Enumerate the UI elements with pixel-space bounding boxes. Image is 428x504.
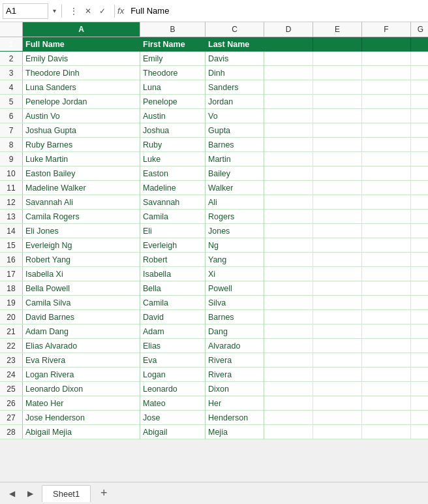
confirm-icon[interactable]: ✓ (96, 5, 109, 18)
cell-b[interactable]: Abigail (140, 425, 206, 439)
cell-b[interactable]: Eva (140, 353, 206, 368)
cell-e[interactable] (313, 382, 362, 396)
cell-d[interactable] (264, 310, 313, 324)
cell-f[interactable] (362, 339, 411, 353)
cell-d[interactable] (264, 52, 313, 66)
cell-e[interactable] (313, 195, 362, 210)
cell-g[interactable] (411, 80, 428, 95)
cell-a[interactable]: Luna Sanders (23, 80, 140, 95)
cell-d[interactable] (264, 138, 313, 152)
cell-c[interactable]: Silva (206, 296, 264, 310)
cell-c[interactable]: Ng (206, 238, 264, 253)
cell-b[interactable]: Jose (140, 411, 206, 425)
cell-b[interactable]: Easton (140, 166, 206, 181)
cell-e[interactable] (313, 396, 362, 411)
cell-e[interactable] (313, 411, 362, 425)
cell-c[interactable]: Rivera (206, 353, 264, 368)
cell-f[interactable] (362, 253, 411, 267)
cell-b[interactable]: Luna (140, 80, 206, 95)
cell-c[interactable]: Her (206, 396, 264, 411)
cell-f[interactable] (362, 37, 411, 52)
cell-c[interactable]: Walker (206, 181, 264, 195)
col-header-g[interactable]: G (411, 22, 428, 37)
cell-a[interactable]: Mateo Her (23, 396, 140, 411)
cell-f[interactable] (362, 138, 411, 152)
cell-f[interactable] (362, 296, 411, 310)
cell-g[interactable] (411, 296, 428, 310)
cell-b[interactable]: Austin (140, 109, 206, 123)
col-header-b[interactable]: B (140, 22, 206, 37)
cell-g[interactable] (411, 339, 428, 353)
cell-d[interactable] (264, 66, 313, 80)
cell-f[interactable] (362, 368, 411, 382)
cell-a[interactable]: Robert Yang (23, 253, 140, 267)
cell-d[interactable] (264, 382, 313, 396)
cell-a[interactable]: David Barnes (23, 310, 140, 324)
cell-e[interactable] (313, 80, 362, 95)
cell-c[interactable]: Last Name (206, 37, 264, 52)
cell-e[interactable] (313, 238, 362, 253)
cell-b[interactable]: Isabella (140, 267, 206, 281)
cell-f[interactable] (362, 195, 411, 210)
cell-a[interactable]: Ruby Barnes (23, 138, 140, 152)
cell-e[interactable] (313, 368, 362, 382)
cell-e[interactable] (313, 109, 362, 123)
cell-c[interactable]: Ali (206, 195, 264, 210)
cell-a[interactable]: Austin Vo (23, 109, 140, 123)
prev-sheet-btn[interactable]: ◀ (5, 487, 18, 500)
cell-b[interactable]: Robert (140, 253, 206, 267)
cell-g[interactable] (411, 66, 428, 80)
cell-e[interactable] (313, 353, 362, 368)
cell-d[interactable] (264, 95, 313, 109)
cell-g[interactable] (411, 95, 428, 109)
cell-c[interactable]: Rogers (206, 210, 264, 224)
cell-d[interactable] (264, 195, 313, 210)
cell-f[interactable] (362, 166, 411, 181)
cell-c[interactable]: Jordan (206, 95, 264, 109)
cell-reference-box[interactable]: A1 (3, 3, 48, 19)
cell-a[interactable]: Penelope Jordan (23, 95, 140, 109)
cell-a[interactable]: Full Name (23, 37, 140, 52)
cell-a[interactable]: Logan Rivera (23, 368, 140, 382)
cell-b[interactable]: Eli (140, 224, 206, 238)
cell-c[interactable]: Rivera (206, 368, 264, 382)
cell-f[interactable] (362, 382, 411, 396)
sheet-tab-sheet1[interactable]: Sheet1 (42, 485, 91, 502)
cell-c[interactable]: Alvarado (206, 339, 264, 353)
kebab-icon[interactable]: ⋮ (67, 5, 80, 18)
cell-d[interactable] (264, 123, 313, 138)
cell-f[interactable] (362, 95, 411, 109)
cell-c[interactable]: Jones (206, 224, 264, 238)
cell-e[interactable] (313, 425, 362, 439)
cell-a[interactable]: Isabella Xi (23, 267, 140, 281)
cell-e[interactable] (313, 224, 362, 238)
cell-f[interactable] (362, 52, 411, 66)
cell-d[interactable] (264, 238, 313, 253)
cell-a[interactable]: Eli Jones (23, 224, 140, 238)
cell-d[interactable] (264, 353, 313, 368)
cell-a[interactable]: Bella Powell (23, 281, 140, 296)
cell-c[interactable]: Martin (206, 152, 264, 166)
cell-a[interactable]: Leonardo Dixon (23, 382, 140, 396)
cell-g[interactable] (411, 253, 428, 267)
cell-c[interactable]: Henderson (206, 411, 264, 425)
cell-e[interactable] (313, 152, 362, 166)
cell-a[interactable]: Adam Dang (23, 324, 140, 339)
cell-g[interactable] (411, 166, 428, 181)
cell-f[interactable] (362, 396, 411, 411)
cell-b[interactable]: Camila (140, 210, 206, 224)
cell-f[interactable] (362, 411, 411, 425)
cell-d[interactable] (264, 281, 313, 296)
cell-g[interactable] (411, 238, 428, 253)
cell-a[interactable]: Theodore Dinh (23, 66, 140, 80)
cell-c[interactable]: Powell (206, 281, 264, 296)
cell-c[interactable]: Davis (206, 52, 264, 66)
cell-g[interactable] (411, 310, 428, 324)
cell-b[interactable]: Camila (140, 296, 206, 310)
cell-c[interactable]: Dinh (206, 66, 264, 80)
cell-c[interactable]: Barnes (206, 138, 264, 152)
cell-e[interactable] (313, 123, 362, 138)
cell-g[interactable] (411, 152, 428, 166)
cell-f[interactable] (362, 152, 411, 166)
cell-g[interactable] (411, 52, 428, 66)
